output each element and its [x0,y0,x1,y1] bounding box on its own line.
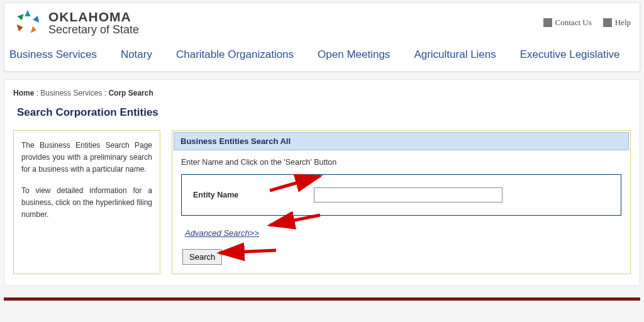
logo-text: OKLAHOMA Secretary of State [48,10,139,36]
nav-charitable-organizations[interactable]: Charitable Organizations [176,48,294,61]
help-link[interactable]: Help [603,18,631,28]
panel-body: Enter Name and Click on the 'Search' But… [174,150,629,272]
search-panel: Business Entities Search All Enter Name … [172,130,631,274]
breadcrumb: Home : Business Services : Corp Search [13,89,631,97]
entity-name-label: Entity Name [193,191,238,199]
footer-bar [4,297,640,301]
entity-name-input[interactable] [314,187,502,203]
svg-marker-0 [25,10,30,16]
panel-header: Business Entities Search All [174,132,629,150]
form-frame: Entity Name [181,174,621,216]
nav-notary[interactable]: Notary [121,48,152,61]
contact-icon [543,18,552,27]
header-right-links: Contact Us Help [543,18,631,28]
brand-line1: OKLAHOMA [48,10,139,24]
brand-line2: Secretary of State [48,24,139,36]
nav-agricultural-liens[interactable]: Agricultural Liens [414,48,496,61]
side-paragraph-1: The Business Entities Search Page provid… [21,140,152,176]
search-instruction: Enter Name and Click on the 'Search' But… [181,158,621,167]
header-card: OKLAHOMA Secretary of State Contact Us H… [4,3,640,72]
breadcrumb-current: Corp Search [108,89,153,97]
side-info-box: The Business Entities Search Page provid… [13,130,160,274]
help-icon [603,18,612,27]
search-button[interactable]: Search [182,249,222,265]
advanced-search-link[interactable]: Advanced Search>> [185,228,259,238]
breadcrumb-mid[interactable]: Business Services [40,89,102,97]
contact-us-link[interactable]: Contact Us [543,18,592,28]
side-paragraph-2: To view detailed information for a busin… [21,185,152,221]
state-logo-icon [13,8,42,37]
main-nav: Business Services Notary Charitable Orga… [4,40,640,71]
nav-executive-legislative[interactable]: Executive Legislative [520,48,620,61]
two-column-layout: The Business Entities Search Page provid… [13,130,631,274]
page-title: Search Corporation Entities [13,106,631,119]
svg-marker-1 [33,16,39,23]
logo[interactable]: OKLAHOMA Secretary of State [13,8,139,37]
nav-business-services[interactable]: Business Services [9,48,97,61]
svg-marker-2 [31,26,36,33]
nav-open-meetings[interactable]: Open Meetings [318,48,390,61]
svg-marker-3 [17,25,23,31]
header-top: OKLAHOMA Secretary of State Contact Us H… [4,3,640,40]
contact-label: Contact Us [555,18,592,28]
content-card: Home : Business Services : Corp Search S… [4,79,640,286]
help-label: Help [615,18,631,28]
breadcrumb-home[interactable]: Home [13,89,34,97]
svg-marker-4 [17,14,23,20]
